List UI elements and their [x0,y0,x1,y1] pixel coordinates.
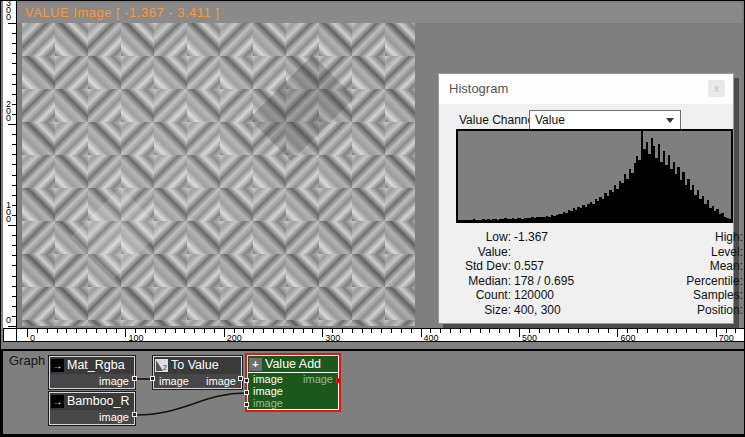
stat-lab: Value: [447,245,511,260]
node-bamboo-r-output-row: image [50,410,134,424]
value-channel-label: Value Channel: [459,113,540,127]
port-label-image: image [253,385,283,397]
stat-val: 400, 300 [514,303,622,318]
stat-lab: Mean: [625,259,743,274]
stat-lab: Samples: [625,288,743,303]
port-bamboo-r-image-out[interactable] [132,412,137,417]
stat-lab: High: [625,230,743,245]
port-label-image: image [253,373,283,385]
node-mat-rgba-output-row: image [50,374,134,388]
node-to-value-header[interactable]: 2 To Value [154,357,241,374]
port-label-image: image [159,374,189,388]
value-image-preview [22,23,415,326]
arrow-right-icon: → [51,359,64,372]
graph-panel: Graph → Mat_Rgba image 2 To Value image … [1,349,745,437]
node-bamboo-r[interactable]: → Bamboo_R image [49,392,135,425]
value-channel-selected: Value [535,113,565,127]
port-value-add-image-out[interactable] [336,378,341,383]
node-value-add-selected[interactable]: + Value Add image image image image [247,355,339,410]
stat-lab: Median: [447,274,511,289]
port-mat-rgba-image-out[interactable] [132,376,137,381]
histogram-chart [456,129,733,223]
vertical-ruler: 3 0 02 0 01 0 00 [3,1,17,328]
channel-row: Value Channel: Value [439,110,733,130]
stat-lab: Position: [625,303,743,318]
stat-val [514,245,622,260]
value-channel-dropdown[interactable]: Value [529,110,681,130]
stat-val: 0.557 [514,259,622,274]
image-view-title: VALUE Image [ -1.367 - 3.411 ] [17,3,742,23]
histogram-panel-titlebar[interactable]: Histogram x [439,74,733,104]
port-value-add-image-in3[interactable] [244,402,249,407]
node-title: Mat_Rgba [67,357,125,374]
port-value-add-image-in1[interactable] [244,378,249,383]
stat-lab: Std Dev: [447,259,511,274]
node-value-add-row2: image [248,385,338,397]
node-title: Value Add [265,356,321,373]
port-to-value-image-in[interactable] [150,376,155,381]
stat-lab: Percentile: [625,274,743,289]
histogram-panel: Histogram x Value Channel: Value Low:-1.… [438,73,734,324]
arrow-right-icon: → [51,395,64,408]
ruler-corner [3,328,17,342]
stat-lab: Size: [447,303,511,318]
ramp-icon: 2 [155,359,168,372]
node-to-value-io-row: image image [154,374,241,388]
horizontal-ruler: 0100200300400500600700 [3,328,744,342]
node-to-value[interactable]: 2 To Value image image [153,356,242,389]
close-icon[interactable]: x [708,80,725,97]
stat-val: -1.367 [514,230,622,245]
stat-lab: Low: [447,230,511,245]
stat-lab: Level: [625,245,743,260]
histogram-panel-title: Histogram [449,81,508,96]
stat-val: 120000 [514,288,622,303]
node-value-add-header[interactable]: + Value Add [248,356,338,373]
port-label-image: image [253,397,283,409]
node-mat-rgba-header[interactable]: → Mat_Rgba [50,357,134,374]
chevron-down-icon [666,118,674,123]
app-window: { "viewer": { "title": "VALUE Image [ -1… [0,0,745,437]
port-label-image: image [99,410,129,424]
node-value-add-row1: image image [248,373,338,385]
node-title: To Value [171,357,219,374]
node-mat-rgba[interactable]: → Mat_Rgba image [49,356,135,389]
port-to-value-image-out[interactable] [238,376,243,381]
node-value-add-row3: image [248,397,338,409]
plus-icon: + [249,358,262,371]
port-label-image-out: image [303,373,333,385]
port-value-add-image-in2[interactable] [244,390,249,395]
stat-val: 178 / 0.695 [514,274,622,289]
node-bamboo-r-header[interactable]: → Bamboo_R [50,393,134,410]
node-title: Bamboo_R [67,393,130,410]
port-label-image: image [206,374,236,388]
port-label-image: image [99,374,129,388]
graph-panel-label: Graph [9,353,45,368]
histogram-stats: Low:-1.367High:3.411Value:Level:Std Dev:… [447,230,729,317]
stat-lab: Count: [447,288,511,303]
